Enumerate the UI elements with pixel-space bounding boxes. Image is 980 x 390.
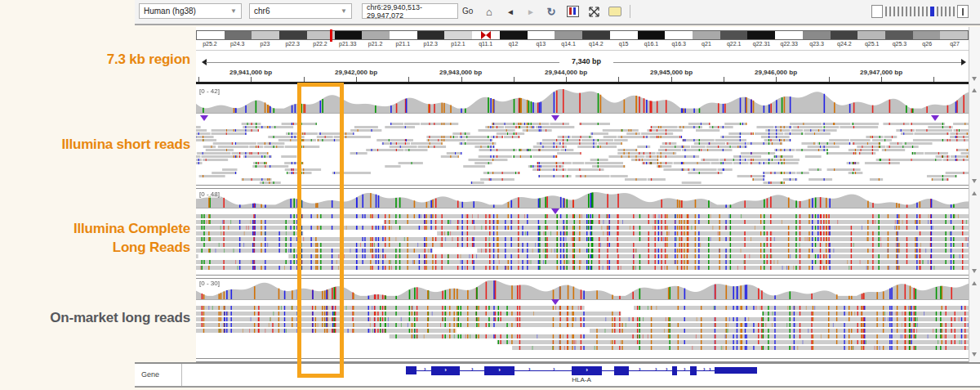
cytoband[interactable]	[417, 31, 445, 39]
go-button[interactable]: Go	[462, 5, 473, 17]
annotation-clr-line1: Illumina Complete	[74, 221, 190, 236]
zoom-out-button[interactable]	[871, 5, 883, 18]
cytoband-label: q25.3	[886, 41, 914, 48]
cytoband-label: q12	[500, 41, 528, 48]
cytoband[interactable]	[720, 31, 748, 39]
cytoband[interactable]	[885, 31, 913, 39]
gene-exon[interactable]: ›	[431, 366, 460, 375]
zoom-in-glyph	[962, 8, 964, 16]
cytoband-label: q21	[693, 41, 720, 48]
cytoband-label: q25.1	[858, 41, 886, 48]
scrollbar[interactable]	[969, 27, 980, 384]
gene-name-label: HLA-A	[406, 376, 757, 383]
back-arrow-icon[interactable]: ◄	[501, 3, 519, 20]
cytoband[interactable]	[775, 31, 803, 39]
cytoband[interactable]	[252, 31, 279, 39]
span-line-right	[613, 62, 961, 63]
zoom-tick[interactable]	[893, 7, 895, 16]
zoom-tick[interactable]	[902, 7, 903, 16]
zoom-tick[interactable]	[914, 7, 915, 16]
cytoband-label: p21.2	[362, 41, 390, 48]
gene-exon[interactable]	[406, 366, 416, 374]
scroll-up-arrow[interactable]	[972, 281, 977, 285]
centromere-band[interactable]	[472, 31, 500, 39]
genome-select[interactable]: Human (hg38) ▼	[139, 3, 242, 19]
scroll-down-arrow[interactable]	[972, 179, 977, 183]
chromosome-select[interactable]: chr6 ▼	[249, 3, 352, 19]
fit-to-window-icon[interactable]	[585, 3, 603, 20]
scroll-down-arrow[interactable]	[972, 352, 977, 356]
gene-exon[interactable]: ›	[572, 366, 602, 375]
zoom-tick[interactable]	[922, 7, 924, 16]
zoom-tick[interactable]	[941, 7, 942, 16]
cytoband[interactable]	[831, 31, 858, 39]
zoom-tick[interactable]	[937, 7, 938, 16]
zoom-tick[interactable]	[949, 7, 951, 16]
screenshot-icon[interactable]	[564, 3, 581, 20]
chromosome-ideogram[interactable]	[196, 30, 969, 40]
cytoband[interactable]	[279, 31, 307, 39]
scroll-up-arrow[interactable]	[972, 88, 977, 92]
cytoband-label: q22.31	[748, 41, 776, 48]
cytoband[interactable]	[803, 31, 831, 39]
zoom-tick[interactable]	[945, 7, 947, 16]
locus-input[interactable]: chr6:29,940,513-29,947,072	[362, 3, 458, 19]
cytoband-label: q11.1	[472, 41, 500, 48]
cytoband[interactable]	[693, 31, 720, 39]
zoom-slider[interactable]	[871, 5, 969, 18]
zoom-tick[interactable]	[918, 7, 920, 16]
ruler-top-divider	[196, 50, 969, 51]
strand-arrow-icon: ›	[498, 367, 501, 374]
cytoband[interactable]	[197, 31, 225, 39]
cytoband[interactable]	[390, 31, 417, 39]
zoom-tick[interactable]	[926, 7, 928, 16]
cytoband[interactable]	[610, 31, 638, 39]
tooltip-bubble-icon[interactable]	[606, 3, 624, 20]
cytoband[interactable]	[638, 31, 666, 39]
zoom-tick[interactable]	[906, 7, 907, 16]
fit-to-window-glyph	[589, 7, 599, 17]
annotation-region-label: 7.3 kb region	[0, 50, 190, 69]
chevron-down-icon: ▼	[227, 7, 237, 15]
zoom-tick[interactable]	[885, 7, 887, 16]
forward-arrow-icon[interactable]: ►	[522, 3, 540, 20]
cytoband-label: q15	[610, 41, 638, 48]
cytoband[interactable]	[444, 31, 472, 39]
strand-arrow-icon: ›	[639, 366, 641, 373]
refresh-icon[interactable]: ↻	[542, 3, 560, 20]
scroll-up-arrow[interactable]	[972, 191, 977, 195]
cytoband[interactable]	[225, 31, 252, 39]
cytoband[interactable]	[528, 31, 555, 39]
zoom-in-button[interactable]	[957, 5, 969, 18]
cytoband[interactable]	[362, 31, 390, 39]
gene-exon[interactable]	[690, 366, 697, 375]
cytoband-label: p22.3	[278, 41, 306, 48]
zoom-tick[interactable]	[910, 7, 911, 16]
scroll-down-arrow[interactable]	[972, 269, 977, 273]
cytoband[interactable]	[747, 31, 775, 39]
cytoband[interactable]	[665, 31, 693, 39]
cytoband[interactable]	[500, 31, 528, 39]
cytoband[interactable]	[913, 31, 941, 39]
tooltip-bubble-glyph	[608, 7, 621, 16]
cytoband[interactable]	[582, 31, 610, 39]
cytoband[interactable]	[335, 31, 363, 39]
cytoband-label: p21.1	[389, 41, 416, 48]
zoom-tick[interactable]	[889, 7, 891, 16]
gene-exon[interactable]	[614, 366, 629, 375]
strand-arrow-icon: ›	[709, 366, 711, 373]
scroll-down-arrow[interactable]	[972, 77, 977, 81]
gene-exon[interactable]	[715, 367, 757, 374]
zoom-tick[interactable]	[898, 7, 899, 16]
cytoband[interactable]	[555, 31, 582, 39]
zoom-level-indicator[interactable]	[930, 7, 934, 16]
cytoband-label: p12.3	[416, 41, 444, 48]
cytoband-label: q13	[527, 41, 555, 48]
cytoband[interactable]	[940, 31, 968, 39]
cytoband-label: q27	[941, 41, 969, 48]
gene-exon[interactable]: ›	[484, 366, 514, 375]
zoom-tick[interactable]	[953, 7, 955, 16]
cytoband[interactable]	[858, 31, 885, 39]
gene-exon[interactable]	[672, 366, 677, 375]
home-icon[interactable]: ⌂	[480, 3, 498, 20]
